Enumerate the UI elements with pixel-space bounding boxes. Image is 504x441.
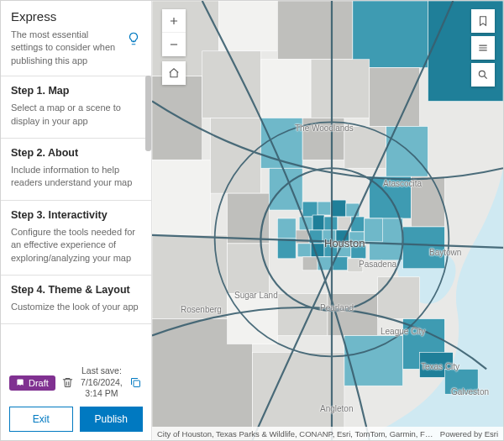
svg-rect-28 — [228, 294, 278, 344]
svg-rect-10 — [311, 60, 370, 118]
svg-rect-11 — [370, 68, 420, 127]
svg-rect-8 — [202, 51, 261, 118]
delete-icon[interactable] — [60, 375, 76, 391]
sidebar-header: Express The most essential settings to c… — [1, 1, 151, 76]
step-title: Step 4. Theme & Layout — [11, 284, 141, 296]
bookmark-control — [471, 9, 495, 33]
scrollbar[interactable] — [145, 76, 151, 151]
svg-rect-3 — [219, 1, 278, 51]
svg-rect-39 — [312, 215, 324, 230]
steps-list: Step 1. Map Select a map or a scene to d… — [1, 76, 151, 359]
svg-rect-52 — [351, 245, 366, 259]
svg-rect-0 — [134, 381, 140, 387]
svg-rect-27 — [403, 227, 445, 269]
search-control — [471, 63, 495, 87]
home-button[interactable] — [162, 61, 186, 85]
step-desc: Customize the look of your app — [11, 301, 141, 313]
last-save-label: Last save: — [81, 365, 122, 375]
sidebar-title: Express — [11, 9, 123, 24]
config-sidebar: Express The most essential settings to c… — [1, 1, 152, 440]
step-title: Step 1. Map — [11, 85, 141, 97]
svg-rect-57 — [277, 218, 296, 239]
svg-rect-59 — [365, 218, 383, 242]
svg-rect-21 — [228, 193, 270, 244]
svg-rect-12 — [152, 160, 211, 235]
menu-button[interactable] — [471, 36, 495, 60]
svg-rect-61 — [444, 369, 478, 394]
step-desc: Configure the tools needed for an effect… — [11, 226, 141, 265]
exit-button[interactable]: Exit — [9, 407, 73, 432]
svg-rect-56 — [348, 259, 363, 272]
powered-by-esri[interactable]: Powered by Esri — [440, 429, 498, 438]
attribution-bar: City of Houston, Texas Parks & Wildlife,… — [152, 427, 503, 440]
home-control — [162, 61, 186, 85]
svg-rect-36 — [331, 200, 346, 217]
map-view[interactable]: HoustonThe WoodlandsAtascocitaPasadenaBa… — [152, 1, 503, 440]
step-interactivity[interactable]: Step 3. Interactivity Configure the tool… — [1, 200, 151, 275]
svg-rect-13 — [211, 118, 261, 193]
map-canvas — [152, 1, 503, 440]
step-desc: Include information to help readers unde… — [11, 164, 141, 190]
step-map[interactable]: Step 1. Map Select a map or a scene to d… — [1, 76, 151, 138]
draft-badge[interactable]: Draft — [9, 375, 55, 391]
sidebar-footer: Draft Last save: 7/16/2024, 3:14 PM Exit… — [1, 359, 151, 440]
svg-rect-48 — [297, 244, 311, 257]
search-button[interactable] — [471, 63, 495, 87]
bookmark-button[interactable] — [471, 9, 495, 33]
publish-button[interactable]: Publish — [80, 407, 144, 432]
svg-point-64 — [479, 71, 485, 76]
svg-rect-58 — [277, 239, 296, 259]
attribution-text: City of Houston, Texas Parks & Wildlife,… — [157, 429, 433, 438]
svg-rect-32 — [344, 335, 403, 386]
svg-rect-31 — [378, 277, 420, 319]
last-save-info: Last save: 7/16/2024, 3:14 PM — [81, 365, 123, 400]
step-title: Step 3. Interactivity — [11, 209, 141, 221]
step-title: Step 2. About — [11, 147, 141, 159]
zoom-in-button[interactable] — [162, 9, 186, 33]
copy-icon[interactable] — [128, 375, 143, 391]
step-about[interactable]: Step 2. About Include information to hel… — [1, 138, 151, 200]
svg-rect-5 — [353, 1, 428, 68]
step-theme-layout[interactable]: Step 4. Theme & Layout Customize the loo… — [1, 275, 151, 324]
svg-rect-7 — [152, 76, 202, 160]
zoom-out-button[interactable] — [162, 33, 186, 56]
sidebar-subtitle: The most essential settings to consider … — [11, 29, 123, 67]
menu-control — [471, 36, 495, 60]
svg-rect-25 — [228, 244, 270, 294]
tips-icon[interactable] — [126, 31, 141, 46]
svg-rect-34 — [302, 202, 318, 217]
zoom-controls — [162, 9, 186, 56]
svg-rect-14 — [152, 235, 228, 319]
svg-rect-4 — [277, 1, 353, 60]
step-desc: Select a map or a scene to display in yo… — [11, 102, 141, 128]
svg-rect-53 — [302, 257, 318, 270]
draft-label: Draft — [29, 378, 49, 388]
svg-rect-24 — [412, 176, 445, 227]
svg-rect-35 — [318, 202, 331, 215]
last-save-value: 7/16/2024, 3:14 PM — [81, 377, 123, 399]
svg-rect-9 — [260, 60, 311, 118]
